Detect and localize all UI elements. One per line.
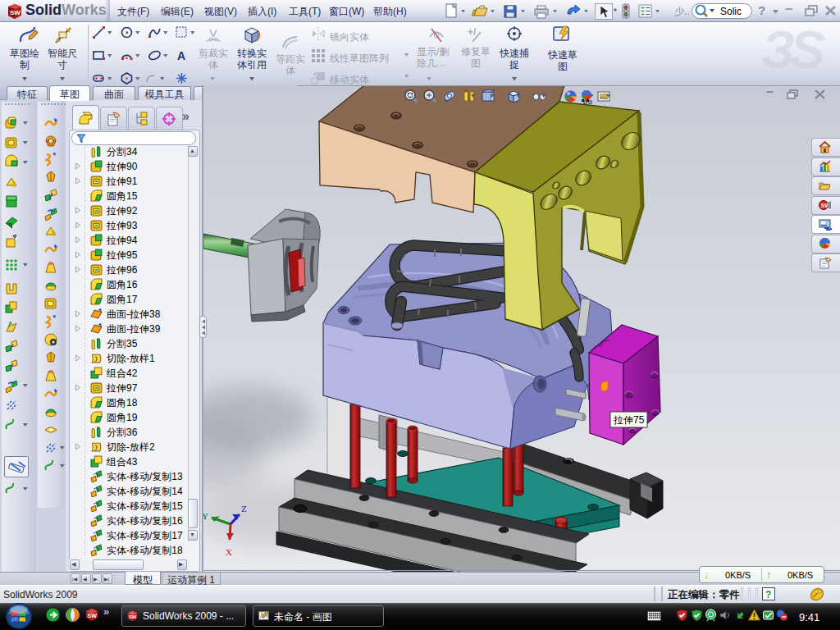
svg-text:Z: Z <box>241 504 247 514</box>
svg-text:X: X <box>226 547 232 557</box>
svg-text:A: A <box>177 49 185 62</box>
svg-text:SW: SW <box>129 614 137 619</box>
svg-text:+/: +/ <box>468 26 477 38</box>
svg-text:拉伸75: 拉伸75 <box>613 414 645 426</box>
svg-text:SW: SW <box>10 9 21 16</box>
svg-text:SW: SW <box>88 613 98 619</box>
svg-text:Y: Y <box>203 511 208 521</box>
